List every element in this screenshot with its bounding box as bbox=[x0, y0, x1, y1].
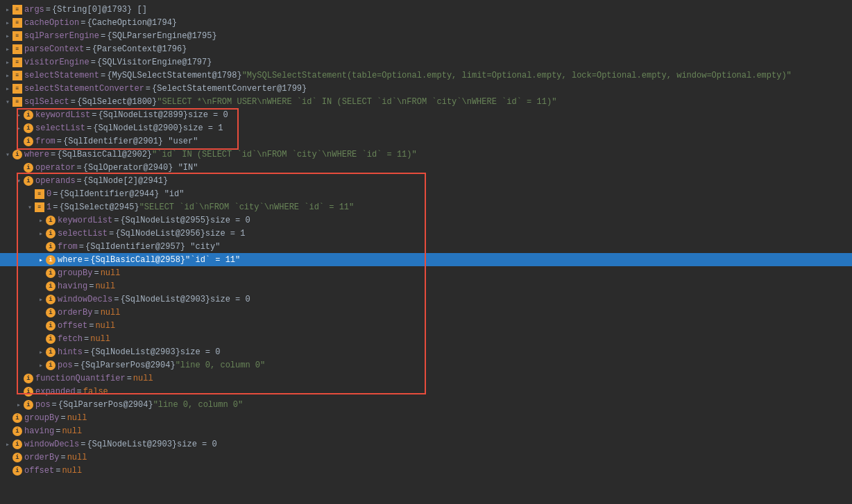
tree-arrow[interactable] bbox=[3, 58, 12, 67]
tree-row[interactable]: ipos = {SqlParserPos@2904} "line 0, colu… bbox=[0, 358, 852, 372]
tree-row[interactable]: ihaving = null bbox=[0, 279, 852, 293]
tree-row[interactable]: ifetch = null bbox=[0, 332, 852, 345]
tree-arrow[interactable] bbox=[14, 177, 24, 185]
eq-sign: = bbox=[94, 308, 99, 318]
tree-row[interactable]: ≡visitorEngine = {SQLVisitorEngine@1797} bbox=[0, 55, 852, 69]
size-text: size = 1 bbox=[183, 123, 223, 133]
tree-row[interactable]: iselectList = {SqlNodeList@2956} size = … bbox=[0, 227, 852, 240]
tree-arrow[interactable] bbox=[3, 150, 12, 159]
var-name: sqlParserEngine bbox=[24, 31, 99, 41]
tree-row[interactable]: iwindowDecls = {SqlNodeList@2903} size =… bbox=[0, 437, 852, 451]
tree-row[interactable]: ≡cacheOption = {CacheOption@1794} bbox=[0, 16, 852, 29]
tree-row[interactable]: iorderBy = null bbox=[0, 306, 852, 319]
type-ref: {SqlBasicCall@2958} bbox=[90, 255, 185, 265]
type-ref: {SelectStatementConverter@1799} bbox=[152, 84, 307, 94]
info-icon: i bbox=[24, 137, 33, 146]
type-ref: {SqlSelect@2945} bbox=[59, 202, 139, 212]
tree-arrow[interactable] bbox=[14, 401, 24, 409]
tree-row[interactable]: ioffset = null bbox=[0, 319, 852, 332]
eq-icon: ≡ bbox=[35, 189, 44, 199]
tree-arrow[interactable] bbox=[3, 6, 12, 14]
tree-arrow[interactable] bbox=[3, 440, 12, 449]
tree-row[interactable]: iexpanded = false bbox=[0, 385, 852, 398]
var-name: windowDecls bbox=[58, 295, 112, 304]
tree-arrow[interactable] bbox=[36, 229, 46, 238]
var-name: functionQuantifier bbox=[35, 374, 126, 383]
tree-arrow[interactable] bbox=[14, 124, 24, 132]
tree-arrow[interactable] bbox=[3, 45, 12, 53]
tree-arrow[interactable] bbox=[36, 348, 46, 356]
tree-row[interactable]: iwhere = {SqlBasicCall@2958} "`id` = 11" bbox=[0, 253, 852, 266]
tree-row[interactable]: ioffset = null bbox=[0, 464, 852, 477]
tree-arrow[interactable] bbox=[36, 295, 46, 304]
var-name: groupBy bbox=[24, 413, 59, 423]
tree-arrow[interactable] bbox=[36, 216, 46, 225]
size-text: size = 0 bbox=[177, 440, 217, 449]
eq-sign: = bbox=[89, 321, 94, 331]
type-ref: {SqlBasicCall@2902} bbox=[57, 150, 152, 159]
tree-row[interactable]: ≡sqlParserEngine = {SQLParserEngine@1795… bbox=[0, 29, 852, 42]
eq-sign: = bbox=[60, 413, 65, 423]
tree-row[interactable]: ifrom = {SqlIdentifier@2901} "user" bbox=[0, 134, 852, 148]
tree-row[interactable]: ifrom = {SqlIdentifier@2957} "city" bbox=[0, 240, 852, 253]
null-value: null bbox=[101, 308, 121, 318]
var-name: selectList bbox=[35, 123, 85, 133]
tree-arrow[interactable] bbox=[36, 256, 46, 264]
eq-icon: ≡ bbox=[12, 58, 22, 67]
tree-row[interactable]: ≡parseContext = {ParseContext@1796} bbox=[0, 42, 852, 55]
info-icon: i bbox=[12, 440, 22, 449]
tree-arrow[interactable] bbox=[3, 32, 12, 40]
var-name: selectStatement bbox=[24, 71, 99, 80]
var-name: offset bbox=[58, 321, 87, 331]
var-name: pos bbox=[58, 360, 73, 370]
tree-row[interactable]: ≡selectStatementConverter = {SelectState… bbox=[0, 82, 852, 95]
eq-icon: ≡ bbox=[12, 31, 22, 41]
info-icon: i bbox=[12, 466, 22, 476]
tree-row[interactable]: ≡selectStatement = {MySQLSelectStatement… bbox=[0, 69, 852, 82]
eq-sign: = bbox=[56, 426, 60, 436]
tree-arrow[interactable] bbox=[3, 71, 12, 80]
tree-arrow[interactable] bbox=[3, 98, 12, 106]
var-name: where bbox=[58, 255, 83, 265]
eq-sign: = bbox=[60, 453, 65, 462]
tree-row[interactable]: ikeywordList = {SqlNodeList@2899} size =… bbox=[0, 108, 852, 121]
tree-row[interactable]: ≡0 = {SqlIdentifier@2944} "id" bbox=[0, 187, 852, 200]
tree-row[interactable]: ikeywordList = {SqlNodeList@2955} size =… bbox=[0, 214, 852, 227]
tree-row[interactable]: ≡args = {String[0]@1793} [] bbox=[0, 3, 852, 16]
info-icon: i bbox=[46, 281, 56, 291]
info-icon: i bbox=[46, 268, 56, 278]
tree-row[interactable]: iorderBy = null bbox=[0, 451, 852, 464]
tree-arrow[interactable] bbox=[3, 19, 12, 27]
tree-row[interactable]: ≡1 = {SqlSelect@2945} "SELECT `id`\nFROM… bbox=[0, 200, 852, 214]
eq-sign: = bbox=[46, 5, 51, 15]
eq-icon: ≡ bbox=[12, 44, 22, 54]
tree-arrow[interactable] bbox=[3, 85, 12, 93]
tree-row[interactable]: ≡sqlSelect = {SqlSelect@1800} "SELECT *\… bbox=[0, 95, 852, 108]
debug-tree: ≡args = {String[0]@1793} []≡cacheOption … bbox=[0, 0, 852, 480]
eq-sign: = bbox=[92, 110, 96, 120]
tree-row[interactable]: ifunctionQuantifier = null bbox=[0, 372, 852, 385]
bool-value: false bbox=[83, 387, 108, 397]
tree-row[interactable]: ioperator = {SqlOperator@2940} "IN" bbox=[0, 161, 852, 174]
tree-arrow[interactable] bbox=[25, 203, 35, 211]
tree-row[interactable]: igroupBy = null bbox=[0, 266, 852, 279]
tree-row[interactable]: iselectList = {SqlNodeList@2900} size = … bbox=[0, 121, 852, 134]
tree-row[interactable]: ipos = {SqlParserPos@2904} "line 0, colu… bbox=[0, 398, 852, 411]
tree-row[interactable]: igroupBy = null bbox=[0, 411, 852, 424]
var-name: pos bbox=[35, 400, 51, 410]
type-ref: {SqlNode[2]@2941} bbox=[83, 176, 168, 186]
type-ref: {CacheOption@1794} bbox=[87, 18, 177, 28]
tree-row[interactable]: ihints = {SqlNodeList@2903} size = 0 bbox=[0, 345, 852, 358]
tree-row[interactable]: iwhere = {SqlBasicCall@2902} "`id` IN (S… bbox=[0, 148, 852, 161]
type-ref: {SqlNodeList@2956} bbox=[115, 229, 205, 238]
tree-row[interactable]: ioperands = {SqlNode[2]@2941} bbox=[0, 174, 852, 187]
eq-sign: = bbox=[77, 176, 82, 186]
eq-sign: = bbox=[52, 400, 57, 410]
tree-arrow[interactable] bbox=[36, 361, 46, 370]
tree-row[interactable]: ihaving = null bbox=[0, 424, 852, 437]
info-icon: i bbox=[46, 242, 56, 252]
tree-row[interactable]: iwindowDecls = {SqlNodeList@2903} size =… bbox=[0, 293, 852, 306]
info-icon: i bbox=[12, 453, 22, 462]
tree-arrow[interactable] bbox=[14, 111, 24, 119]
eq-sign: = bbox=[79, 242, 84, 252]
